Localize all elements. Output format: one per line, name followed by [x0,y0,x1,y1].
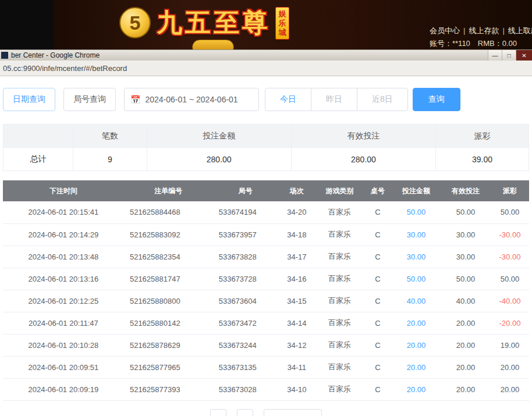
top-nav: 会员中心|线上存款|线上取款 [430,26,532,36]
table-number-cell: C [364,334,392,356]
table-number-cell: C [364,356,392,378]
bet-slip-cell: 521625877393 [124,378,213,400]
pagination [3,409,529,416]
column-header: 桌号 [364,180,392,201]
column-header: 下注时间 [3,180,124,201]
game-type-cell: 百家乐 [315,334,364,356]
screen: 5 九五至尊 娱乐城 会员中心|线上存款|线上取款 账号：**110 RMB：0… [0,0,532,416]
window-titlebar: ber Center - Google Chrome — □ ✕ [0,49,532,61]
yesterday-button[interactable]: 昨日 [311,88,357,111]
summary-header-row: 笔数投注金额有效投注派彩 [3,125,529,148]
column-header: 游戏类别 [315,180,364,201]
bet-amount-link[interactable]: 20.00 [407,319,426,328]
table-row: 2024-06-01 20:09:51521625877965533673135… [3,356,529,378]
summary-value-cell: 39.00 [436,148,529,171]
bet-time-cell: 2024-06-01 20:14:29 [3,223,124,246]
round-number-cell: 533673604 [213,290,278,312]
bet-table-header-row: 下注时间注单编号局号场次游戏类别桌号投注金额有效投注派彩 [3,180,529,201]
search-button[interactable]: 查询 [413,88,460,111]
summary-header-cell: 笔数 [73,125,147,148]
bet-amount-cell: 20.00 [392,378,441,400]
date-query-tab[interactable]: 日期查询 [3,88,55,111]
bet-amount-cell: 30.00 [392,223,441,246]
valid-bet-cell: 20.00 [441,356,491,378]
session-cell: 34-17 [278,246,315,268]
table-row: 2024-06-01 20:15:41521625884468533674194… [3,201,529,223]
round-number-cell: 533674194 [213,201,278,223]
payout-cell: -30.00 [491,246,529,268]
session-cell: 34-18 [278,223,315,246]
bet-amount-link[interactable]: 50.00 [407,208,426,216]
bet-record-table: 下注时间注单编号局号场次游戏类别桌号投注金额有效投注派彩 2024-06-01 … [3,180,529,401]
session-cell: 34-12 [278,334,315,356]
column-header: 投注金额 [392,180,441,201]
session-cell: 34-10 [278,378,315,400]
nav-link[interactable]: 线上存款 [469,26,499,35]
site-header: 5 九五至尊 娱乐城 会员中心|线上存款|线上取款 账号：**110 RMB：0… [0,0,532,49]
bet-amount-link[interactable]: 40.00 [407,297,426,305]
bet-time-cell: 2024-06-01 20:10:28 [3,334,124,356]
session-cell: 34-11 [278,356,315,378]
close-button[interactable]: ✕ [516,50,532,61]
summary-header-cell: 有效投注 [291,125,435,148]
nav-separator: | [502,26,504,35]
table-row: 2024-06-01 20:13:48521625882354533673828… [3,246,529,268]
session-cell: 34-15 [278,290,315,312]
round-number-cell: 533673728 [213,268,278,290]
pagination-size-select[interactable] [264,409,322,416]
bet-amount-link[interactable]: 30.00 [407,230,426,239]
last8days-button[interactable]: 近8日 [357,88,408,111]
valid-bet-cell: 20.00 [441,312,491,334]
bet-amount-cell: 40.00 [392,290,441,312]
game-type-cell: 百家乐 [315,290,364,312]
minimize-button[interactable]: — [488,50,502,61]
table-number-cell: C [364,378,392,400]
column-header: 有效投注 [441,180,491,201]
address-bar[interactable]: 05.cc:9900/infe/mcenter/#/betRecord [0,61,532,76]
bet-amount-link[interactable]: 20.00 [407,363,426,372]
bet-slip-cell: 521625884468 [124,201,213,223]
filter-bar: 日期查询 局号查询 📅 2024-06-01 ~ 2024-06-01 今日 昨… [3,88,529,111]
round-query-tab[interactable]: 局号查询 [63,88,116,111]
valid-bet-cell: 50.00 [441,268,491,290]
bet-slip-cell: 521625878629 [124,334,213,356]
summary-table: 笔数投注金额有效投注派彩 总计9280.00280.0039.00 [3,124,529,171]
valid-bet-cell: 20.00 [441,334,491,356]
date-range-picker[interactable]: 📅 2024-06-01 ~ 2024-06-01 [124,88,259,111]
bet-slip-cell: 521625880800 [124,290,213,312]
table-row: 2024-06-01 20:11:47521625880142533673472… [3,312,529,334]
summary-value-cell: 280.00 [291,148,435,171]
nav-link[interactable]: 线上取款 [508,26,532,35]
table-row: 2024-06-01 20:10:28521625878629533673244… [3,334,529,356]
table-number-cell: C [364,223,392,246]
payout-cell: 50.00 [491,201,529,223]
game-type-cell: 百家乐 [315,246,364,268]
bet-amount-link[interactable]: 30.00 [407,253,426,261]
bet-slip-cell: 521625881747 [124,268,213,290]
nav-separator: | [463,26,465,35]
brand-subtitle: 娱乐城 [275,7,289,40]
calendar-icon: 📅 [130,95,140,104]
payout-cell: 20.00 [491,356,529,378]
bet-amount-cell: 50.00 [392,201,441,223]
pagination-page-button[interactable] [237,409,253,416]
column-header: 局号 [213,180,278,201]
bet-amount-link[interactable]: 50.00 [407,275,426,283]
payout-cell: 50.00 [491,268,529,290]
valid-bet-cell: 20.00 [441,378,491,400]
round-number-cell: 533673472 [213,312,278,334]
game-type-cell: 百家乐 [315,201,364,223]
maximize-button[interactable]: □ [502,50,516,61]
bet-slip-cell: 521625882354 [124,246,213,268]
game-type-cell: 百家乐 [315,223,364,246]
bet-amount-link[interactable]: 20.00 [407,385,426,394]
bet-amount-cell: 50.00 [392,268,441,290]
today-button[interactable]: 今日 [265,88,311,111]
pagination-prev-button[interactable] [210,409,226,416]
column-header: 派彩 [491,180,529,201]
payout-cell: 20.00 [491,378,529,400]
session-cell: 34-20 [278,201,315,223]
nav-link[interactable]: 会员中心 [430,26,460,35]
bet-amount-link[interactable]: 20.00 [407,341,426,350]
bet-time-cell: 2024-06-01 20:12:25 [3,290,124,312]
